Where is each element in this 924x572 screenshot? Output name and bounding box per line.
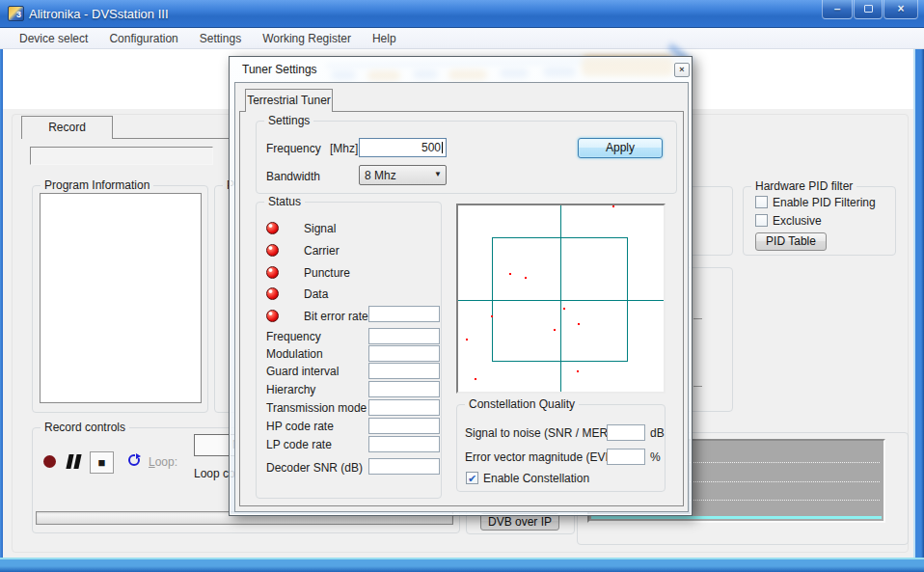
menu-working-register[interactable]: Working Register (253, 30, 361, 47)
bandwidth-select[interactable]: 8 Mhz ▼ (359, 165, 447, 185)
window-title: Alitronika - DVSstation III (29, 7, 169, 21)
chevron-down-icon: ▼ (434, 170, 442, 178)
constellation-quality-label: Constellation Quality (465, 397, 579, 412)
carrier-label: Carrier (304, 244, 340, 258)
record-controls-label: Record controls (41, 421, 129, 435)
evm-field[interactable] (607, 449, 645, 465)
modulation-field[interactable] (368, 345, 440, 362)
signal-label: Signal (304, 222, 336, 235)
enable-constellation-checkbox[interactable]: ✔ (466, 472, 478, 484)
tuner-settings-dialog: Tuner Settings × Terrestrial Tuner Setti… (229, 56, 693, 516)
snr-label: Signal to noise (SNR / MER) (465, 426, 611, 440)
enable-pid-filtering-checkbox[interactable] (755, 196, 768, 208)
transmission-mode-field[interactable] (368, 399, 440, 416)
apply-button[interactable]: Apply (578, 138, 663, 158)
lp-code-rate-label: LP code rate (266, 438, 332, 451)
snr-field[interactable] (607, 424, 645, 441)
dialog-close-button[interactable]: × (674, 63, 690, 77)
maximize-button[interactable] (854, 0, 883, 19)
tab-record[interactable]: Record (21, 116, 113, 139)
constellation-quality-group: Constellation Quality Signal to noise (S… (456, 404, 666, 492)
window-frame-right (913, 49, 924, 558)
signal-led (266, 222, 279, 234)
pause-icon[interactable] (73, 454, 81, 469)
bit-error-rate-field[interactable] (368, 306, 440, 322)
data-label: Data (304, 287, 328, 301)
record-file-field[interactable] (30, 147, 213, 165)
exclusive-label: Exclusive (773, 214, 822, 228)
bandwidth-value: 8 Mhz (365, 169, 396, 182)
hierarchy-field[interactable] (368, 381, 440, 397)
program-information-group: Program Information (32, 185, 208, 413)
program-information-list[interactable] (40, 193, 202, 403)
text-caret (442, 142, 443, 153)
transmission-mode-label: Transmission mode (266, 401, 367, 415)
window-frame-bottom (0, 558, 924, 572)
guard-interval-label: Guard interval (266, 365, 339, 378)
bit-error-rate-led (266, 310, 279, 322)
close-icon: × (897, 2, 904, 15)
bitrate-line (591, 516, 882, 519)
puncture-led (266, 266, 279, 279)
maximize-icon (864, 5, 873, 13)
stop-icon: ■ (98, 455, 106, 470)
tab-page: Settings Frequency [Mhz] 500 Apply Bandw… (239, 111, 684, 506)
frequency-input[interactable]: 500 (359, 138, 447, 157)
status-frequency-label: Frequency (266, 330, 321, 343)
status-group: Status Signal Carrier Puncture Data Bit … (256, 202, 442, 499)
minimize-icon: – (834, 2, 841, 15)
menu-configuration[interactable]: Configuration (99, 30, 187, 47)
decoder-snr-field[interactable] (368, 458, 440, 475)
menu-help[interactable]: Help (363, 30, 406, 47)
record-icon[interactable] (43, 455, 56, 468)
menu-settings[interactable]: Settings (190, 30, 251, 47)
dialog-title: Tuner Settings (242, 63, 317, 76)
frequency-value: 500 (421, 141, 441, 154)
enable-constellation-label: Enable Constellation (483, 472, 589, 485)
status-frequency-field[interactable] (368, 328, 440, 344)
app-window: 3 Alitronika - DVSstation III – × Device… (0, 0, 924, 572)
modulation-label: Modulation (266, 347, 323, 361)
puncture-label: Puncture (304, 266, 350, 280)
settings-group: Settings Frequency [Mhz] 500 Apply Bandw… (256, 121, 677, 194)
lp-code-rate-field[interactable] (368, 436, 440, 452)
hardware-pid-filter-label: Hardware PID filter (751, 179, 856, 194)
hierarchy-label: Hierarchy (266, 383, 315, 396)
close-button[interactable]: × (883, 0, 918, 19)
frequency-unit-label: [Mhz] (330, 142, 358, 155)
enable-pid-filtering-label: Enable PID Filtering (773, 196, 876, 209)
menu-bar: Device select Configuration Settings Wor… (0, 28, 924, 49)
snr-unit: dB (650, 426, 665, 440)
checkmark-icon: ✔ (468, 473, 476, 484)
tab-terrestrial-tuner[interactable]: Terrestrial Tuner (245, 89, 333, 112)
frequency-label: Frequency (266, 142, 321, 155)
hardware-pid-filter-group: Hardware PID filter Enable PID Filtering… (743, 186, 896, 256)
hp-code-rate-field[interactable] (368, 418, 440, 434)
evm-unit: % (650, 450, 661, 464)
settings-label: Settings (264, 114, 313, 128)
loop-label: Loop: (149, 455, 177, 469)
decoder-snr-label: Decoder SNR (dB) (266, 461, 363, 475)
carrier-led (266, 244, 279, 257)
bit-error-rate-label: Bit error rate (304, 310, 368, 323)
guard-interval-field[interactable] (368, 363, 440, 379)
hp-code-rate-label: HP code rate (266, 420, 334, 433)
app-icon: 3 (8, 6, 24, 21)
evm-label: Error vector magnitude (EVM) (465, 450, 618, 464)
pid-table-button[interactable]: PID Table (755, 232, 827, 251)
bandwidth-label: Bandwidth (266, 170, 320, 183)
status-label: Status (264, 195, 305, 209)
exclusive-checkbox[interactable] (755, 214, 768, 227)
minimize-button[interactable]: – (822, 0, 853, 19)
stop-button[interactable]: ■ (90, 451, 114, 474)
program-information-label: Program Information (41, 178, 153, 193)
loop-icon[interactable] (128, 454, 140, 466)
constellation-display (456, 204, 666, 394)
title-bar[interactable]: 3 Alitronika - DVSstation III – × (0, 0, 924, 28)
dialog-close-icon: × (679, 65, 684, 74)
menu-device-select[interactable]: Device select (10, 30, 97, 47)
pause-icon[interactable] (66, 454, 73, 469)
data-led (266, 287, 279, 300)
dialog-client: Terrestrial Tuner Settings Frequency [Mh… (234, 82, 689, 512)
